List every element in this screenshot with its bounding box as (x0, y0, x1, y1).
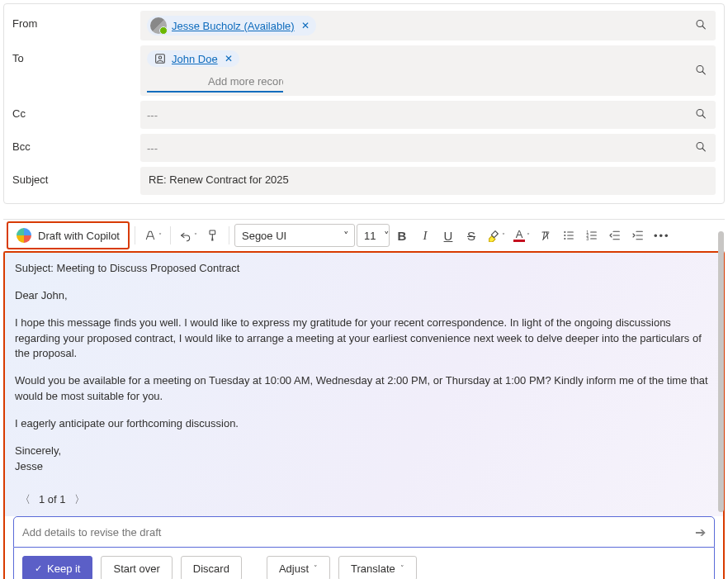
separator (229, 226, 229, 244)
bulleted-list-button[interactable] (558, 224, 579, 247)
svg-point-3 (158, 56, 161, 59)
search-icon (694, 140, 707, 156)
svg-line-9 (702, 149, 705, 151)
underline-button[interactable]: U (437, 224, 459, 247)
toolbar-overflow-button[interactable]: ••• (650, 224, 674, 247)
revise-input[interactable] (22, 526, 695, 539)
font-size-select[interactable]: 11 ˅ (357, 224, 390, 247)
to-row: To John Doe ✕ (12, 45, 716, 96)
search-icon (694, 63, 707, 78)
draft-signature-name: Jesse (15, 459, 713, 475)
strikethrough-button[interactable]: S (461, 224, 482, 247)
highlight-button[interactable]: ˅ (484, 224, 508, 247)
svg-line-7 (702, 116, 705, 118)
adjust-button[interactable]: Adjust ˅ (267, 556, 330, 579)
pager-next[interactable]: 〉 (74, 492, 85, 508)
adjust-label: Adjust (279, 562, 309, 575)
chevron-down-icon: ˅ (314, 564, 318, 572)
editor-toolbar: Draft with Copilot ˅ ˅ Segoe UI ˅ 11 ˅ B… (3, 219, 725, 252)
from-row: From Jesse Bucholz (Available) ✕ (12, 11, 716, 40)
svg-rect-11 (210, 230, 215, 235)
svg-point-14 (564, 235, 565, 236)
bcc-value: --- (147, 142, 158, 154)
draft-actions: ✓ Keep it Start over Discard Adjust ˅ Tr… (13, 548, 715, 579)
scrollbar[interactable] (718, 231, 724, 512)
svg-point-6 (697, 110, 703, 116)
font-name-select[interactable]: Segoe UI ˅ (234, 224, 355, 247)
svg-point-13 (564, 231, 565, 233)
remove-from-chip[interactable]: ✕ (301, 20, 310, 31)
subject-value: RE: Renew Contract for 2025 (149, 173, 289, 186)
submit-arrow-icon[interactable]: ➔ (695, 524, 706, 540)
to-field[interactable]: John Doe ✕ (140, 45, 716, 96)
bold-button[interactable]: B (391, 224, 413, 247)
draft-greeting: Dear John, (15, 288, 713, 304)
from-chip[interactable]: Jesse Bucholz (Available) ✕ (147, 16, 316, 36)
to-input[interactable] (147, 72, 283, 93)
copilot-icon (17, 228, 31, 243)
bcc-field[interactable]: --- (140, 134, 716, 162)
discard-label: Discard (193, 562, 229, 575)
indent-button[interactable] (627, 224, 649, 247)
svg-line-1 (702, 26, 705, 29)
remove-to-chip[interactable]: ✕ (225, 53, 233, 64)
outdent-button[interactable] (604, 224, 626, 247)
subject-label: Subject (12, 167, 140, 186)
draft-paragraph: Would you be available for a meeting on … (15, 373, 713, 405)
draft-paragraph: I eagerly anticipate our forthcoming dis… (15, 416, 713, 432)
start-over-label: Start over (113, 562, 159, 575)
svg-point-8 (697, 143, 703, 149)
contact-icon (154, 52, 167, 65)
bcc-label: Bcc (12, 134, 140, 153)
cc-field[interactable]: --- (140, 101, 716, 129)
from-chip-label[interactable]: Jesse Bucholz (Available) (172, 20, 295, 32)
discard-button[interactable]: Discard (181, 556, 242, 579)
check-icon: ✓ (35, 563, 42, 574)
keep-it-button[interactable]: ✓ Keep it (22, 556, 92, 579)
chevron-down-icon: ˅ (400, 564, 404, 572)
avatar-icon (150, 17, 167, 34)
cc-value: --- (147, 109, 158, 121)
draft-signoff: Sincerely, (15, 444, 713, 459)
copilot-button-label: Draft with Copilot (38, 230, 120, 242)
font-name-value: Segoe UI (242, 230, 286, 242)
undo-button[interactable]: ˅ (176, 224, 201, 247)
separator (135, 226, 135, 244)
svg-point-4 (697, 65, 703, 72)
to-label: To (12, 45, 140, 64)
to-chip[interactable]: John Doe ✕ (147, 50, 239, 67)
draft-with-copilot-button[interactable]: Draft with Copilot (7, 221, 130, 249)
subject-field[interactable]: RE: Renew Contract for 2025 (140, 167, 716, 195)
clear-formatting-button[interactable] (535, 224, 556, 247)
italic-button[interactable]: I (414, 224, 436, 247)
from-field[interactable]: Jesse Bucholz (Available) ✕ (140, 11, 716, 40)
compose-header: From Jesse Bucholz (Available) ✕ To John… (3, 3, 725, 204)
search-icon (694, 18, 707, 34)
font-size-value: 11 (364, 230, 376, 242)
to-chip-label[interactable]: John Doe (172, 53, 218, 65)
pager-text: 1 of 1 (39, 492, 66, 508)
svg-point-15 (564, 238, 565, 240)
numbered-list-button[interactable]: 123 (581, 224, 603, 247)
format-painter-button[interactable] (202, 224, 224, 247)
from-label: From (12, 11, 140, 30)
svg-text:3: 3 (586, 236, 589, 241)
draft-pager: 〈 1 of 1 〉 (15, 486, 713, 516)
separator (170, 226, 171, 244)
font-format-button[interactable]: ˅ (140, 224, 165, 247)
font-color-button[interactable]: A ˅ (510, 224, 533, 247)
revise-input-wrap: ➔ (13, 516, 715, 548)
cc-row: Cc --- (12, 101, 716, 129)
bcc-row: Bcc --- (12, 134, 716, 162)
cc-label: Cc (12, 101, 140, 120)
draft-paragraph: I hope this message finds you well. I wo… (15, 316, 713, 363)
translate-label: Translate (351, 562, 395, 575)
copilot-draft-panel: Subject: Meeting to Discuss Proposed Con… (3, 251, 725, 579)
start-over-button[interactable]: Start over (101, 556, 172, 579)
keep-it-label: Keep it (47, 562, 80, 575)
draft-subject-line: Subject: Meeting to Discuss Proposed Con… (15, 261, 713, 277)
svg-point-0 (697, 21, 703, 27)
draft-body[interactable]: Subject: Meeting to Discuss Proposed Con… (5, 253, 723, 516)
translate-button[interactable]: Translate ˅ (338, 556, 417, 579)
pager-prev[interactable]: 〈 (20, 492, 31, 508)
